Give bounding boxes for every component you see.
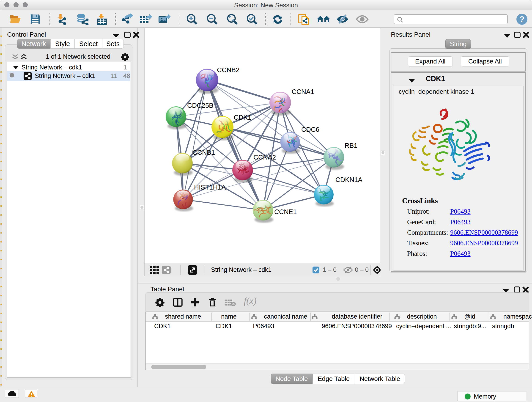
svg-text:CDC25B: CDC25B <box>187 102 213 109</box>
svg-text:CDKN1A: CDKN1A <box>336 176 362 183</box>
svg-text:?: ? <box>519 15 525 24</box>
svg-text:CDC6: CDC6 <box>301 126 319 133</box>
svg-text:HIST1H1A: HIST1H1A <box>194 184 226 191</box>
svg-text:CDK1: CDK1 <box>234 114 251 121</box>
svg-text:CCNB1: CCNB1 <box>192 149 215 156</box>
svg-text:CCNA1: CCNA1 <box>292 88 314 95</box>
svg-text:CCNA2: CCNA2 <box>253 153 276 161</box>
svg-text:RB1: RB1 <box>345 142 357 149</box>
svg-text:CCNB2: CCNB2 <box>217 66 239 74</box>
svg-text:CCNE1: CCNE1 <box>274 208 297 216</box>
